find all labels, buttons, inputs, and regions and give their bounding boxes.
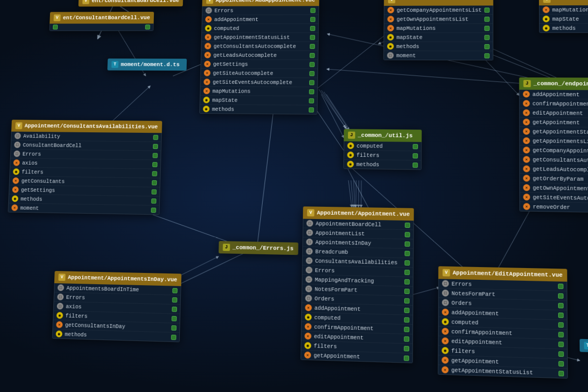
node-consultantsAvailabilities: V Appointment/ConsultantsAvailabilities.… [8, 120, 162, 215]
item-icon: □ [305, 285, 312, 292]
port-right [404, 289, 410, 294]
node-item: ◉ methods [539, 24, 588, 32]
node-moment: T moment/moment.d.ts [107, 58, 187, 71]
svg-line-19 [321, 90, 347, 129]
port-right [310, 62, 315, 67]
node-item: ✕ addAppointment [202, 15, 318, 24]
node-item: ✕ getLeadsAutocomplete [201, 51, 318, 60]
item-icon: ✕ [204, 43, 211, 49]
port-right [152, 162, 158, 167]
port-right [310, 53, 315, 58]
port-right [484, 44, 490, 49]
svg-line-11 [320, 94, 344, 138]
port-right [404, 298, 410, 303]
node-icon-topRight1: V [388, 0, 395, 3]
item-icon: ✕ [523, 147, 530, 153]
port-right [172, 306, 177, 312]
port-right [309, 80, 315, 85]
node-item: ✕ getAppointmentsList [520, 136, 588, 147]
item-icon: ◉ [347, 161, 354, 168]
port-right [151, 207, 156, 213]
node-item: ✕ mapMutations [200, 87, 318, 97]
node-body-editAppointment: □ Errors □ NotesFormPart □ Orders ✕ addA… [438, 279, 568, 379]
item-icon: ◉ [305, 314, 312, 320]
node-body-commonEndpoints: ✕ addAppointment ✕ confirmAppointment ✕ … [519, 90, 588, 213]
port-right [171, 334, 176, 340]
svg-line-21 [361, 180, 362, 207]
node-header-commonErrors: J _common_/Errors.js [219, 241, 298, 255]
node-body-topRight1: ✕ getCompanyAppointmentsList ✕ getOwnApp… [383, 5, 493, 60]
node-icon-editAppointment: V [442, 269, 450, 276]
port-right [310, 25, 316, 30]
port-right [152, 153, 157, 158]
item-icon: □ [14, 133, 21, 139]
port-left [53, 24, 58, 29]
port-right [484, 7, 490, 12]
port-right [309, 71, 315, 75]
svg-line-23 [356, 180, 356, 207]
port-right [404, 326, 410, 332]
node-item: ✕ getOwnAppointmentsList [384, 15, 492, 24]
node-body-topRight2: ✕ mapMutations ◉ mapState ◉ methods [539, 5, 588, 33]
port-right [405, 260, 410, 266]
port-right [558, 293, 563, 298]
port-right [558, 332, 564, 337]
item-icon: ◉ [203, 97, 210, 103]
item-icon: □ [442, 290, 449, 296]
node-item: ◉ mapState [200, 96, 317, 105]
port-right [404, 345, 409, 351]
svg-line-25 [351, 180, 354, 207]
node-item: ✕ getSiteEventsAutocomplete [200, 77, 318, 87]
port-right [404, 336, 410, 342]
item-icon: □ [442, 280, 449, 287]
item-icon: ◉ [347, 142, 354, 149]
node-icon-appointmentsInDay: V [58, 273, 66, 281]
node-icon-topRight2: V [543, 0, 550, 3]
port-right [558, 361, 564, 366]
item-icon: ◉ [56, 312, 63, 319]
item-icon: ◉ [205, 25, 212, 31]
svg-line-17 [326, 95, 352, 133]
port-right [404, 307, 410, 313]
item-icon: ✕ [523, 109, 530, 116]
node-addAppointment: V Appointment/AddAppointment.vue □ Error… [199, 0, 319, 115]
item-icon: ◉ [543, 25, 550, 32]
node-header-getSettings: V ent/ConsultantBoardCell.vue [78, 0, 183, 6]
port-right [413, 162, 418, 168]
port-right [558, 322, 564, 327]
port-right [310, 35, 316, 40]
port-right [405, 222, 410, 228]
svg-line-18 [323, 92, 349, 130]
node-item: ◉ mapState [539, 15, 588, 24]
item-icon: □ [306, 229, 313, 236]
item-icon: ◉ [543, 16, 550, 23]
port-right [309, 89, 315, 94]
node-header-commonEndpoints: J _common_/endpoints.js [519, 77, 588, 90]
item-icon: □ [306, 257, 313, 264]
item-icon: ✕ [13, 177, 19, 184]
node-icon-consultantsAvailabilities: V [15, 122, 22, 129]
item-icon: □ [387, 52, 394, 58]
node-item: ✕ getConsultantsAutocomplete [201, 42, 318, 51]
node-icon-consultantBoardCell: V [53, 14, 60, 21]
item-icon: ✕ [205, 16, 212, 23]
port-right [172, 316, 177, 321]
node-item: □ moment [384, 51, 492, 60]
port-right [484, 53, 490, 58]
node-header-notesFormPart: T Notes/NotesF... [580, 339, 588, 354]
item-icon: ✕ [442, 309, 449, 316]
item-icon: □ [306, 267, 313, 273]
node-icon-moment: T [111, 61, 119, 68]
item-icon: ◉ [347, 151, 354, 158]
port-right [484, 35, 490, 40]
port-right [151, 198, 156, 204]
node-appointmentVue: V Appointment/Appointment.vue □ Appointm… [300, 206, 414, 363]
item-icon: ◉ [387, 34, 394, 40]
item-icon: ✕ [205, 34, 212, 40]
node-icon-commonEndpoints: J [523, 80, 531, 87]
port-right [153, 144, 158, 148]
item-icon: ✕ [204, 70, 211, 76]
svg-line-22 [359, 180, 359, 207]
item-icon: □ [306, 239, 313, 245]
port-right [405, 232, 410, 237]
